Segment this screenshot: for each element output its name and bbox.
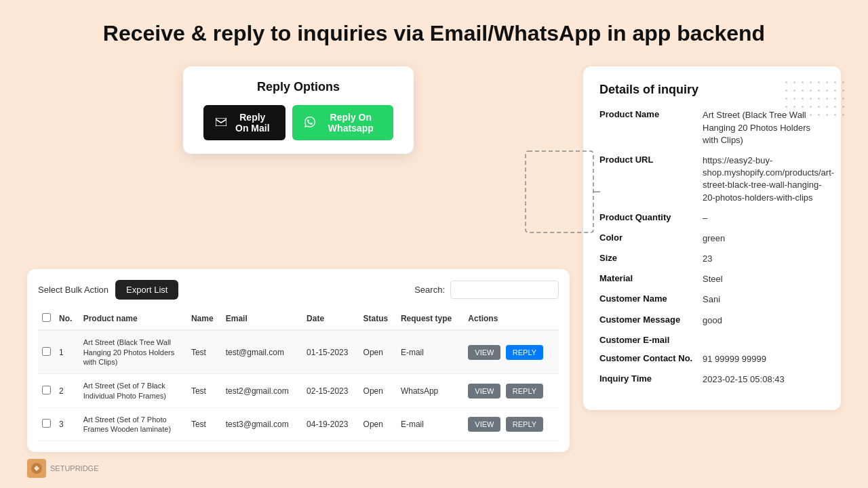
row-status: Open [359,374,397,408]
whatsapp-icon [304,117,315,129]
row-actions: VIEW REPLY [464,374,559,408]
row-name: Test [187,374,222,408]
export-list-button[interactable]: Export List [115,280,178,300]
table-row: 2 Art Street (Set of 7 Black Individual … [38,374,559,408]
view-button[interactable]: VIEW [468,384,500,399]
table-card: Select Bulk Action Export List Search: N… [27,269,570,452]
row-date: 04-19-2023 [302,407,359,441]
bulk-action-label: Select Bulk Action [38,285,108,295]
detail-row: Product URL https://easy2-buy-shop.mysho… [599,155,825,204]
detail-value: – [703,212,707,224]
row-checkbox-cell [38,407,55,441]
header-product-name: Product name [79,308,187,330]
reply-buttons-row: Reply On Mail Reply On Whatsapp [203,105,393,140]
decorative-dots [785,81,848,119]
detail-label: Customer Contact No. [599,353,694,365]
reply-options-title: Reply Options [203,80,393,94]
row-name: Test [187,330,222,373]
search-label: Search: [414,285,445,295]
view-button[interactable]: VIEW [468,417,500,432]
detail-value: https://easy2-buy-shop.myshopify.com/pro… [703,155,834,204]
row-status: Open [359,330,397,373]
logo-icon [27,459,46,478]
row-product: Art Street (Set of 7 Black Individual Ph… [79,374,187,408]
row-request-type: WhatsApp [397,374,464,408]
detail-label: Customer Name [599,293,694,306]
row-checkbox[interactable] [42,347,51,356]
detail-value: 2023-02-15 05:08:43 [703,373,785,386]
detail-label: Color [599,232,694,245]
row-checkbox[interactable] [42,419,51,428]
search-input[interactable] [450,281,559,299]
row-email: test2@gmail.com [222,374,302,408]
row-email: test3@gmail.com [222,407,302,441]
header-actions: Actions [464,308,559,330]
row-checkbox-cell [38,374,55,408]
reply-button[interactable]: REPLY [506,417,543,432]
row-status: Open [359,407,397,441]
header-status: Status [359,308,397,330]
logo-text: SETUPRIDGE [50,464,99,472]
inquiries-table: No. Product name Name Email Date Status … [38,308,559,441]
detail-label: Material [599,273,694,285]
detail-value: 23 [703,253,712,265]
detail-label: Customer E-mail [599,335,694,345]
row-request-type: E-mail [397,330,464,373]
table-toolbar: Select Bulk Action Export List Search: [38,280,559,300]
detail-label: Inquiry Time [599,373,694,386]
row-checkbox-cell [38,330,55,373]
row-product: Art Street (Black Tree Wall Hanging 20 P… [79,330,187,373]
header-name: Name [187,308,222,330]
toolbar-left: Select Bulk Action Export List [38,280,178,300]
header-no: No. [55,308,79,330]
detail-row: Customer Name Sani [599,293,825,306]
row-date: 02-15-2023 [302,374,359,408]
detail-label: Customer Message [599,314,694,327]
detail-value: good [703,314,722,327]
row-product: Art Street (Set of 7 Photo Frames Wooden… [79,407,187,441]
detail-row: Product Quantity – [599,212,825,224]
row-no: 1 [55,330,79,373]
row-no: 2 [55,374,79,408]
detail-label: Product Name [599,109,694,146]
view-button[interactable]: VIEW [468,345,500,360]
detail-value: Sani [703,293,720,306]
header-checkbox-cell [38,308,55,330]
detail-label: Size [599,253,694,265]
mail-icon [216,117,226,128]
select-all-checkbox[interactable] [42,313,51,322]
detail-row: Customer Message good [599,314,825,327]
row-actions: VIEW REPLY [464,407,559,441]
detail-label: Product Quantity [599,212,694,224]
detail-row: Size 23 [599,253,825,265]
table-row: 3 Art Street (Set of 7 Photo Frames Wood… [38,407,559,441]
table-header-row: No. Product name Name Email Date Status … [38,308,559,330]
reply-on-mail-button[interactable]: Reply On Mail [203,105,285,140]
detail-row: Customer Contact No. 91 99999 99999 [599,353,825,365]
detail-label: Product URL [599,155,694,204]
details-fields: Product Name Art Street (Black Tree Wall… [599,109,825,386]
search-area: Search: [414,281,559,299]
reply-button[interactable]: REPLY [506,384,543,399]
row-request-type: E-mail [397,407,464,441]
detail-row: Customer E-mail [599,335,825,345]
row-name: Test [187,407,222,441]
detail-value: green [703,232,725,245]
reply-options-popup: Reply Options Reply On Mail [183,66,414,154]
bottom-logo: SETUPRIDGE [27,459,99,478]
header-email: Email [222,308,302,330]
header-request-type: Request type [397,308,464,330]
detail-row: Color green [599,232,825,245]
detail-row: Material Steel [599,273,825,285]
detail-value: 91 99999 99999 [703,353,766,365]
detail-value: Steel [703,273,723,285]
row-email: test@gmail.com [222,330,302,373]
page-title: Receive & reply to inquiries via Email/W… [0,0,868,60]
table-row: 1 Art Street (Black Tree Wall Hanging 20… [38,330,559,373]
row-actions: VIEW REPLY [464,330,559,373]
row-date: 01-15-2023 [302,330,359,373]
reply-button[interactable]: REPLY [506,345,543,360]
row-checkbox[interactable] [42,386,51,394]
reply-on-whatsapp-button[interactable]: Reply On Whatsapp [292,105,393,140]
detail-row: Inquiry Time 2023-02-15 05:08:43 [599,373,825,386]
